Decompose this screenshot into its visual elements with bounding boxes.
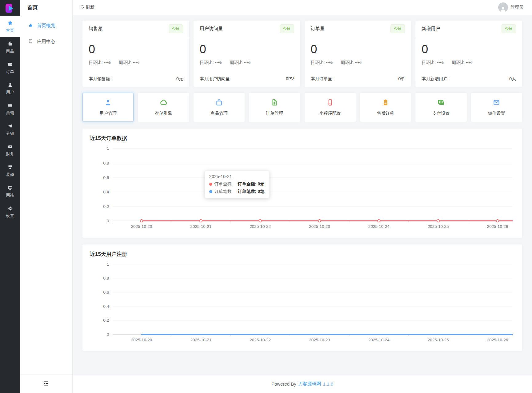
stat-card-sales: 销售额今日 0 日环比: --%周环比 --% 本月销售额:0元 — [82, 21, 189, 87]
shortcut-storage-engine[interactable]: 存储引擎 — [138, 93, 189, 122]
brand-logo-icon — [5, 4, 15, 13]
registrations-chart-card: 近15天用户注册 10.80.60.40.202025-10-202025-10… — [82, 244, 522, 351]
main-area: 刷新 管理员 销售额今日 0 日环比: --%周环比 --% 本月销售额:0元 … — [73, 0, 532, 393]
icon-rail: 首页 商品 订单 用户 营销 分销 — [0, 0, 20, 393]
app-logo[interactable] — [0, 0, 20, 16]
home-icon — [7, 20, 13, 26]
user-manage-icon — [104, 98, 112, 108]
rail-item-finance[interactable]: 财务 — [0, 140, 20, 161]
svg-text:0.2: 0.2 — [103, 204, 109, 209]
rail-item-settings[interactable]: 设置 — [0, 202, 20, 222]
app-center-icon — [28, 38, 33, 45]
admin-dashboard: 首页 商品 订单 用户 营销 分销 — [0, 0, 532, 393]
stat-value: 0 — [311, 43, 405, 56]
sidebar-item-home-overview[interactable]: 首页概览 — [20, 18, 72, 34]
svg-text:2025-10-25: 2025-10-25 — [428, 338, 449, 342]
svg-text:2025-10-26: 2025-10-26 — [487, 224, 508, 229]
order-wallet-icon — [7, 62, 13, 67]
dashboard-content: 销售额今日 0 日环比: --%周环比 --% 本月销售额:0元 用户访问量今日… — [73, 15, 532, 375]
svg-text:2025-10-26: 2025-10-26 — [487, 338, 508, 342]
svg-text:0.8: 0.8 — [103, 276, 109, 281]
marketing-ticket-icon — [7, 103, 13, 108]
shortcut-order-manage[interactable]: 订单管理 — [249, 93, 300, 122]
stat-value: 0 — [200, 43, 294, 56]
svg-text:1: 1 — [107, 146, 109, 151]
footer-version: 1.1.6 — [323, 381, 333, 387]
svg-text:0.2: 0.2 — [103, 318, 109, 323]
today-badge: 今日 — [169, 24, 183, 33]
svg-text:2025-10-21: 2025-10-21 — [190, 338, 212, 342]
user-icon — [7, 82, 13, 88]
rail-item-goods[interactable]: 商品 — [0, 37, 20, 58]
sidebar-title: 首页 — [20, 0, 72, 15]
cash-icon — [437, 98, 445, 108]
admin-menu[interactable]: 管理员 — [498, 2, 523, 12]
stat-card-orders: 订单量今日 0 日环比: --%周环比 --% 本月订单量:0单 — [305, 21, 411, 87]
sidebar-item-app-center[interactable]: 应用中心 — [20, 34, 72, 50]
rail-item-users[interactable]: 用户 — [0, 78, 20, 99]
shortcut-aftersale-orders[interactable]: 售后订单 — [360, 93, 411, 122]
today-badge: 今日 — [502, 24, 516, 33]
orders-chart-title: 近15天订单数据 — [90, 135, 515, 142]
svg-text:2025-10-22: 2025-10-22 — [250, 338, 271, 342]
cloud-storage-icon — [159, 98, 168, 108]
svg-text:0: 0 — [107, 219, 109, 223]
stat-card-new-users: 新增用户今日 0 日环比: --%周环比 --% 本月新增用户:0人 — [415, 21, 522, 87]
topbar: 刷新 管理员 — [73, 0, 532, 15]
rail-item-home[interactable]: 首页 — [0, 16, 20, 37]
svg-text:2025-10-24: 2025-10-24 — [368, 224, 390, 229]
website-monitor-icon — [7, 185, 13, 191]
envelope-icon — [492, 98, 501, 108]
svg-text:0.6: 0.6 — [103, 290, 109, 295]
refresh-button[interactable]: 刷新 — [80, 5, 94, 10]
settings-gear-icon — [7, 206, 13, 211]
rail-item-orders[interactable]: 订单 — [0, 58, 20, 78]
svg-text:2025-10-20: 2025-10-20 — [131, 338, 152, 342]
svg-text:0.4: 0.4 — [103, 190, 109, 194]
shortcut-payment-settings[interactable]: 支付设置 — [415, 93, 466, 122]
svg-text:2025-10-22: 2025-10-22 — [250, 224, 271, 229]
rail-item-marketing[interactable]: 营销 — [0, 99, 20, 119]
svg-text:2025-10-25: 2025-10-25 — [428, 224, 449, 229]
svg-text:0.6: 0.6 — [103, 175, 109, 180]
stat-cards: 销售额今日 0 日环比: --%周环比 --% 本月销售额:0元 用户访问量今日… — [82, 21, 522, 87]
clipboard-icon — [382, 98, 390, 108]
rail-item-website[interactable]: 网站 — [0, 181, 20, 202]
shortcut-user-manage[interactable]: 用户管理 — [82, 93, 134, 122]
rail-item-distribution[interactable]: 分销 — [0, 119, 20, 140]
refresh-icon — [80, 5, 85, 10]
svg-text:0: 0 — [107, 332, 109, 337]
svg-text:2025-10-21: 2025-10-21 — [190, 224, 212, 229]
registrations-chart[interactable]: 10.80.60.40.202025-10-202025-10-212025-1… — [90, 260, 515, 347]
orders-chart-card: 近15天订单数据 10.80.60.40.202025-10-202025-10… — [82, 129, 522, 238]
decorate-roller-icon — [7, 165, 13, 170]
distribution-plane-icon — [7, 123, 13, 129]
shortcut-goods-manage[interactable]: 商品管理 — [194, 93, 245, 122]
svg-text:2025-10-23: 2025-10-23 — [309, 338, 330, 342]
series-dot-order-amount — [209, 183, 212, 186]
secondary-sidebar: 首页 首页概览 应用中心 — [20, 0, 73, 393]
collapse-sidebar-icon — [43, 381, 49, 387]
shortcut-sms-settings[interactable]: 短信设置 — [471, 93, 522, 122]
svg-text:0.8: 0.8 — [103, 161, 109, 165]
shopping-bag-icon — [215, 98, 223, 108]
rail-item-decorate[interactable]: 装修 — [0, 161, 20, 181]
today-badge: 今日 — [280, 24, 294, 33]
series-dot-order-count — [209, 190, 212, 193]
admin-name: 管理员 — [510, 5, 523, 10]
svg-text:2025-10-24: 2025-10-24 — [368, 338, 390, 342]
phone-icon — [326, 98, 334, 108]
registrations-chart-title: 近15天用户注册 — [90, 251, 515, 258]
svg-text:2025-10-23: 2025-10-23 — [309, 224, 330, 229]
finance-money-icon — [7, 144, 13, 149]
orders-chart[interactable]: 10.80.60.40.202025-10-202025-10-212025-1… — [90, 144, 515, 233]
collapse-sidebar-button[interactable] — [20, 375, 72, 393]
svg-text:0.4: 0.4 — [103, 304, 109, 309]
footer-site-link[interactable]: 刀客源码网 — [298, 381, 321, 387]
shortcut-miniprogram-config[interactable]: 小程序配置 — [305, 93, 356, 122]
svg-text:1: 1 — [107, 262, 109, 267]
shortcut-cards: 用户管理 存储引擎 商品管理 订单管理 — [82, 93, 522, 122]
stat-card-visits: 用户访问量今日 0 日环比: --%周环比 --% 本月用户访问量:0PV — [194, 21, 300, 87]
page-footer: Powered By 刀客源码网 1.1.6 — [73, 375, 532, 393]
tooltip-date: 2025-10-21 — [209, 174, 264, 179]
